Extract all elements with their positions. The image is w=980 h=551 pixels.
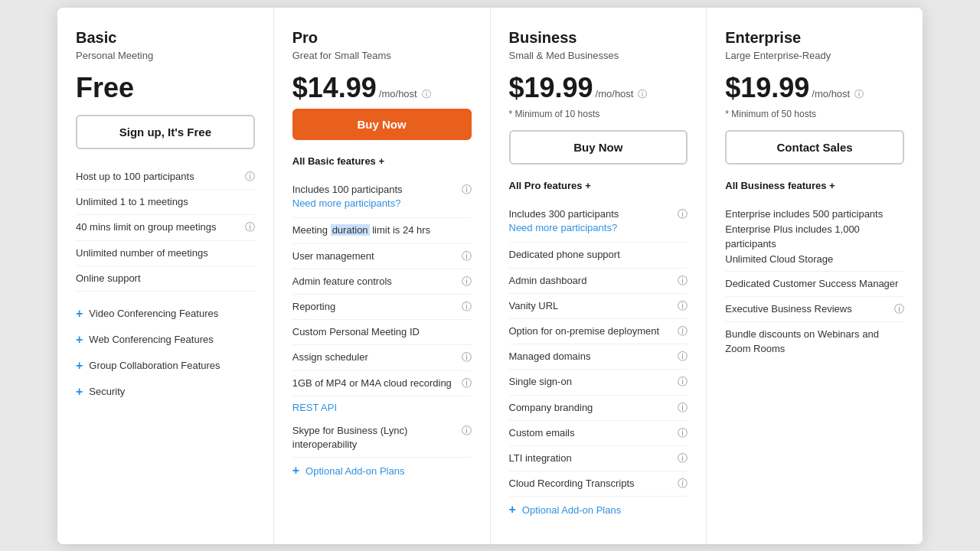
plan-enterprise-price-amount: $19.99 xyxy=(725,72,809,104)
basic-feature-5: Online support xyxy=(76,266,255,292)
basic-feature-4-text: Unlimited number of meetings xyxy=(76,246,255,260)
pro-feature-admin-controls: Admin feature controls ⓘ xyxy=(292,269,472,295)
plan-pro-name: Pro xyxy=(292,29,472,47)
plan-business-price-row: $19.99 /mo/host ⓘ xyxy=(509,72,688,104)
plan-business-name: Business xyxy=(509,29,688,47)
plus-icon-business-addon: + xyxy=(509,503,516,517)
enterprise-feature-csm: Dedicated Customer Success Manager xyxy=(725,272,904,297)
business-custom-emails-text: Custom emails xyxy=(509,426,674,440)
pro-admin-controls-info[interactable]: ⓘ xyxy=(462,275,472,289)
enterprise-reviews-text: Executive Business Reviews xyxy=(725,302,890,316)
expand-security[interactable]: + Security xyxy=(76,379,255,405)
pro-reporting-info[interactable]: ⓘ xyxy=(462,300,472,314)
enterprise-price-min: * Minimum of 50 hosts xyxy=(725,109,904,119)
pro-addon-label: Optional Add-on Plans xyxy=(305,465,404,477)
plan-basic-tagline: Personal Meeting xyxy=(76,50,255,61)
enterprise-reviews-info[interactable]: ⓘ xyxy=(894,302,904,316)
plan-enterprise-price-row: $19.99 /mo/host ⓘ xyxy=(725,72,904,104)
enterprise-bundle-text: Bundle discounts on Webinars and Zoom Ro… xyxy=(725,328,904,355)
business-managed-domains-info[interactable]: ⓘ xyxy=(678,350,688,364)
pro-feature-scheduler: Assign scheduler ⓘ xyxy=(292,345,472,370)
plan-business-price-amount: $19.99 xyxy=(509,72,593,104)
business-feature-custom-emails: Custom emails ⓘ xyxy=(509,421,688,446)
plan-basic-name: Basic xyxy=(76,29,255,47)
business-admin-dash-info[interactable]: ⓘ xyxy=(678,274,688,288)
plan-pro-price-amount: $14.99 xyxy=(292,72,377,104)
business-price-info-icon[interactable]: ⓘ xyxy=(638,88,647,101)
basic-feature-4: Unlimited number of meetings xyxy=(76,241,255,266)
business-participants-link[interactable]: Need more participants? xyxy=(509,221,674,235)
enterprise-feature-reviews: Executive Business Reviews ⓘ xyxy=(725,297,904,322)
pro-feature-user-mgmt: User management ⓘ xyxy=(292,244,472,269)
pro-meeting-id-text: Custom Personal Meeting ID xyxy=(292,325,472,339)
basic-feature-3: 40 mins limit on group meetings ⓘ xyxy=(76,215,255,240)
pro-participants-info-icon[interactable]: ⓘ xyxy=(462,183,472,197)
plus-icon-security: + xyxy=(76,385,83,399)
plan-business: Business Small & Med Businesses $19.99 /… xyxy=(491,8,707,544)
pro-duration-text: Meeting duration limit is 24 hrs xyxy=(292,223,472,237)
business-onpremise-text: Option for on-premise deployment xyxy=(509,324,674,338)
plan-pro-tagline: Great for Small Teams xyxy=(292,50,472,61)
info-icon-3[interactable]: ⓘ xyxy=(245,220,255,234)
business-cloud-transcripts-info[interactable]: ⓘ xyxy=(678,477,688,491)
basic-feature-2: Unlimited 1 to 1 meetings xyxy=(76,190,255,215)
business-buy-button[interactable]: Buy Now xyxy=(509,130,688,165)
pro-buy-button[interactable]: Buy Now xyxy=(292,109,472,140)
business-branding-text: Company branding xyxy=(509,401,674,415)
business-vanity-url-info[interactable]: ⓘ xyxy=(678,299,688,313)
enterprise-csm-text: Dedicated Customer Success Manager xyxy=(725,277,904,291)
expand-web-label: Web Conferencing Features xyxy=(89,334,213,345)
pricing-table: Basic Personal Meeting Free Sign up, It'… xyxy=(57,8,923,544)
plan-enterprise-price-unit: /mo/host xyxy=(812,88,850,99)
plan-enterprise: Enterprise Large Enterprise-Ready $19.99… xyxy=(707,8,923,544)
business-participants-info[interactable]: ⓘ xyxy=(678,207,688,221)
business-vanity-url-text: Vanity URL xyxy=(509,299,674,313)
business-feature-onpremise: Option for on-premise deployment ⓘ xyxy=(509,319,688,344)
enterprise-participants-text: Enterprise includes 500 participantsEnte… xyxy=(725,208,883,265)
plan-basic: Basic Personal Meeting Free Sign up, It'… xyxy=(57,8,274,544)
pro-admin-controls-text: Admin feature controls xyxy=(292,275,457,289)
pro-optional-addon[interactable]: + Optional Add-on Plans xyxy=(292,458,472,484)
business-lti-info[interactable]: ⓘ xyxy=(678,452,688,465)
pro-feature-duration: Meeting duration limit is 24 hrs xyxy=(292,218,472,243)
pro-scheduler-info[interactable]: ⓘ xyxy=(462,350,472,364)
info-icon-1[interactable]: ⓘ xyxy=(245,170,255,184)
enterprise-feature-bundle: Bundle discounts on Webinars and Zoom Ro… xyxy=(725,322,904,360)
business-onpremise-info[interactable]: ⓘ xyxy=(678,324,688,338)
enterprise-price-info-icon[interactable]: ⓘ xyxy=(854,88,864,101)
expand-group-collab[interactable]: + Group Collaboration Features xyxy=(76,353,255,379)
pro-skype-info[interactable]: ⓘ xyxy=(462,424,472,438)
plan-basic-price: Free xyxy=(76,72,255,104)
pro-reporting-text: Reporting xyxy=(292,300,457,314)
business-feature-phone: Dedicated phone support xyxy=(509,243,688,268)
business-sso-info[interactable]: ⓘ xyxy=(678,375,688,389)
business-section-header: All Pro features + xyxy=(509,180,688,191)
business-feature-lti: LTI integration ⓘ xyxy=(509,446,688,471)
expand-security-label: Security xyxy=(89,386,125,397)
plan-enterprise-tagline: Large Enterprise-Ready xyxy=(725,50,904,61)
basic-feature-3-text: 40 mins limit on group meetings xyxy=(76,220,240,234)
basic-feature-1: Host up to 100 participants ⓘ xyxy=(76,165,255,190)
pro-user-mgmt-info[interactable]: ⓘ xyxy=(462,249,472,263)
business-cloud-transcripts-text: Cloud Recording Transcripts xyxy=(509,477,674,491)
business-feature-admin-dash: Admin dashboard ⓘ xyxy=(509,269,688,294)
pro-price-info-icon[interactable]: ⓘ xyxy=(422,88,431,101)
business-optional-addon[interactable]: + Optional Add-on Plans xyxy=(509,497,688,523)
basic-signup-button[interactable]: Sign up, It's Free xyxy=(76,115,255,149)
plus-icon-pro-addon: + xyxy=(292,464,299,478)
business-custom-emails-info[interactable]: ⓘ xyxy=(678,426,688,440)
plan-pro: Pro Great for Small Teams $14.99 /mo/hos… xyxy=(274,8,491,544)
plan-enterprise-name: Enterprise xyxy=(725,29,904,47)
pro-user-mgmt-text: User management xyxy=(292,249,457,263)
business-feature-vanity-url: Vanity URL ⓘ xyxy=(509,294,688,319)
expand-web-conferencing[interactable]: + Web Conferencing Features xyxy=(76,327,255,353)
business-feature-cloud-transcripts: Cloud Recording Transcripts ⓘ xyxy=(509,471,688,497)
pro-feature-meeting-id: Custom Personal Meeting ID xyxy=(292,320,472,345)
pro-rest-api-link[interactable]: REST API xyxy=(292,396,472,419)
pro-recording-info[interactable]: ⓘ xyxy=(462,377,472,390)
business-branding-info[interactable]: ⓘ xyxy=(678,401,688,415)
enterprise-contact-button[interactable]: Contact Sales xyxy=(725,130,904,165)
expand-video-conferencing[interactable]: + Video Conferencing Features xyxy=(76,301,255,327)
pro-participants-link[interactable]: Need more participants? xyxy=(292,197,457,210)
plus-icon-web: + xyxy=(76,333,83,347)
